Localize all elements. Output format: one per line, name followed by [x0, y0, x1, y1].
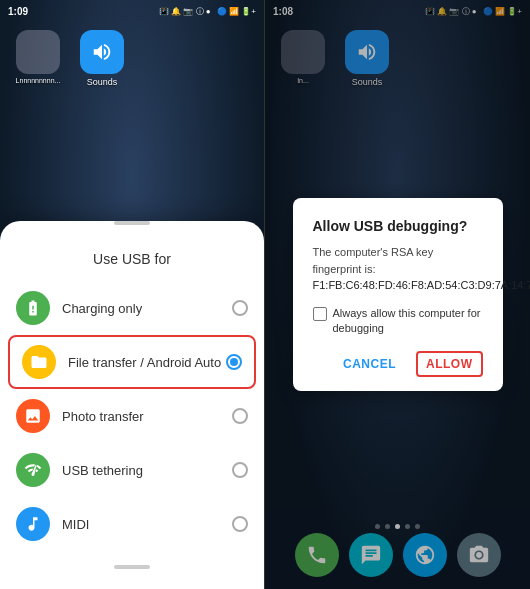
- connectivity-icons: 🔵 📶 🔋+: [217, 7, 256, 16]
- cancel-button[interactable]: CANCEL: [333, 351, 406, 377]
- debug-title: Allow USB debugging?: [313, 218, 483, 234]
- app-icon-blur[interactable]: Lnnnnnnnnn...: [12, 30, 64, 84]
- left-phone: 1:09 📳 🔔 📷 ⓘ ● 🔵 📶 🔋+ Lnnnnnnnnn... Soun…: [0, 0, 265, 589]
- debug-buttons: CANCEL ALLOW: [313, 351, 483, 377]
- midi-label: MIDI: [62, 517, 232, 532]
- filetransfer-icon: [22, 345, 56, 379]
- always-allow-label: Always allow this computer for debugging: [333, 306, 483, 337]
- usb-option-midi[interactable]: MIDI: [0, 497, 264, 551]
- debug-fingerprint: F1:FB:C6:48:FD:46:F8:AD:54:C3:D9:7A:14:7…: [313, 279, 531, 291]
- midi-icon: [16, 507, 50, 541]
- usb-debug-dialog: Allow USB debugging? The computer's RSA …: [293, 198, 503, 390]
- app-blur-label: Lnnnnnnnnn...: [16, 77, 61, 84]
- app-blur-image: [16, 30, 60, 74]
- always-allow-checkbox[interactable]: [313, 307, 327, 321]
- radio-inner-dot: [230, 358, 238, 366]
- usb-dialog: Use USB for Charging only File transfer …: [0, 221, 264, 589]
- charging-icon: [16, 291, 50, 325]
- dialog-bottom-handle: [114, 565, 150, 569]
- debug-checkbox-row[interactable]: Always allow this computer for debugging: [313, 306, 483, 337]
- dialog-drag-handle[interactable]: [114, 221, 150, 225]
- photo-radio[interactable]: [232, 408, 248, 424]
- photo-label: Photo transfer: [62, 409, 232, 424]
- app-sounds-label: Sounds: [87, 77, 118, 87]
- usb-option-photo[interactable]: Photo transfer: [0, 389, 264, 443]
- left-desktop-icons: Lnnnnnnnnn... Sounds: [0, 20, 264, 97]
- notification-icons: 📳 🔔 📷 ⓘ ●: [159, 6, 211, 17]
- usb-option-charging[interactable]: Charging only: [0, 281, 264, 335]
- photo-icon: [16, 399, 50, 433]
- debug-body-text: The computer's RSA key fingerprint is:: [313, 246, 434, 275]
- left-status-icons: 📳 🔔 📷 ⓘ ● 🔵 📶 🔋+: [159, 6, 256, 17]
- debug-body: The computer's RSA key fingerprint is: F…: [313, 244, 483, 294]
- charging-radio[interactable]: [232, 300, 248, 316]
- left-status-bar: 1:09 📳 🔔 📷 ⓘ ● 🔵 📶 🔋+: [0, 0, 264, 20]
- charging-label: Charging only: [62, 301, 232, 316]
- filetransfer-label: File transfer / Android Auto: [68, 355, 226, 370]
- right-phone: 1:08 📳 🔔 📷 ⓘ ● 🔵 📶 🔋+ In... Sounds Allow…: [265, 0, 530, 589]
- filetransfer-radio[interactable]: [226, 354, 242, 370]
- midi-radio[interactable]: [232, 516, 248, 532]
- app-icon-sounds[interactable]: Sounds: [76, 30, 128, 87]
- tethering-label: USB tethering: [62, 463, 232, 478]
- tethering-radio[interactable]: [232, 462, 248, 478]
- allow-button[interactable]: ALLOW: [416, 351, 483, 377]
- left-time: 1:09: [8, 6, 28, 17]
- debug-overlay: Allow USB debugging? The computer's RSA …: [265, 0, 530, 589]
- usb-option-filetransfer[interactable]: File transfer / Android Auto: [8, 335, 256, 389]
- app-sounds-image: [80, 30, 124, 74]
- usb-option-tethering[interactable]: USB tethering: [0, 443, 264, 497]
- usb-dialog-title: Use USB for: [0, 233, 264, 281]
- tethering-icon: [16, 453, 50, 487]
